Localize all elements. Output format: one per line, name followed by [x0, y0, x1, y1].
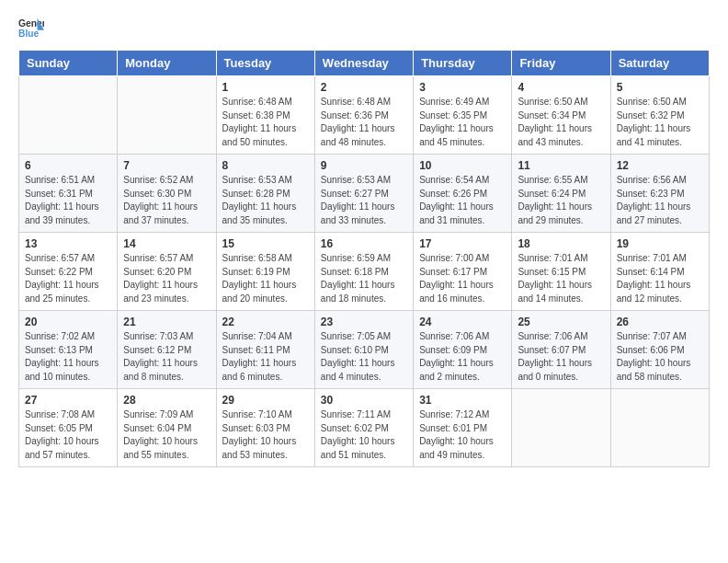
weekday-header-sunday: Sunday: [19, 51, 118, 76]
day-cell: 9Sunrise: 6:53 AM Sunset: 6:27 PM Daylig…: [314, 155, 413, 233]
day-cell: 3Sunrise: 6:49 AM Sunset: 6:35 PM Daylig…: [414, 76, 512, 155]
day-number: 4: [518, 81, 604, 94]
day-number: 27: [25, 394, 111, 407]
day-cell: 16Sunrise: 6:59 AM Sunset: 6:18 PM Dayli…: [314, 233, 413, 311]
day-number: 30: [321, 394, 407, 407]
day-cell: 4Sunrise: 6:50 AM Sunset: 6:34 PM Daylig…: [512, 76, 610, 155]
day-cell: 2Sunrise: 6:48 AM Sunset: 6:36 PM Daylig…: [314, 76, 413, 155]
day-cell: 26Sunrise: 7:07 AM Sunset: 6:06 PM Dayli…: [610, 311, 709, 389]
day-cell: 31Sunrise: 7:12 AM Sunset: 6:01 PM Dayli…: [414, 389, 512, 467]
day-cell: 19Sunrise: 7:01 AM Sunset: 6:14 PM Dayli…: [610, 233, 709, 311]
logo-icon: General Blue: [18, 15, 44, 40]
day-number: 29: [222, 394, 309, 407]
day-info: Sunrise: 7:01 AM Sunset: 6:14 PM Dayligh…: [617, 252, 703, 305]
day-number: 20: [25, 316, 111, 328]
day-cell: 22Sunrise: 7:04 AM Sunset: 6:11 PM Dayli…: [216, 311, 314, 389]
day-number: 21: [123, 316, 210, 328]
day-number: 15: [222, 237, 309, 250]
day-cell: [19, 76, 118, 155]
weekday-header-thursday: Thursday: [414, 51, 512, 76]
day-cell: 23Sunrise: 7:05 AM Sunset: 6:10 PM Dayli…: [314, 311, 413, 389]
day-number: 11: [518, 159, 604, 172]
week-row-3: 13Sunrise: 6:57 AM Sunset: 6:22 PM Dayli…: [19, 233, 710, 311]
weekday-header-friday: Friday: [512, 51, 610, 76]
day-cell: 20Sunrise: 7:02 AM Sunset: 6:13 PM Dayli…: [19, 311, 118, 389]
day-number: 9: [321, 159, 407, 172]
day-info: Sunrise: 7:01 AM Sunset: 6:15 PM Dayligh…: [518, 252, 604, 305]
day-cell: 28Sunrise: 7:09 AM Sunset: 6:04 PM Dayli…: [118, 389, 216, 467]
day-info: Sunrise: 7:10 AM Sunset: 6:03 PM Dayligh…: [222, 408, 309, 462]
day-info: Sunrise: 7:05 AM Sunset: 6:10 PM Dayligh…: [321, 330, 407, 384]
day-number: 31: [419, 394, 506, 407]
day-cell: [610, 389, 709, 467]
week-row-5: 27Sunrise: 7:08 AM Sunset: 6:05 PM Dayli…: [19, 389, 710, 467]
day-info: Sunrise: 6:50 AM Sunset: 6:34 PM Dayligh…: [518, 96, 604, 149]
day-number: 6: [25, 159, 111, 172]
day-info: Sunrise: 7:03 AM Sunset: 6:12 PM Dayligh…: [123, 330, 210, 384]
day-number: 2: [321, 81, 407, 94]
day-info: Sunrise: 6:55 AM Sunset: 6:24 PM Dayligh…: [518, 174, 604, 227]
day-info: Sunrise: 7:02 AM Sunset: 6:13 PM Dayligh…: [25, 330, 111, 384]
day-cell: 18Sunrise: 7:01 AM Sunset: 6:15 PM Dayli…: [512, 233, 610, 311]
day-cell: [512, 389, 610, 467]
day-cell: [118, 76, 216, 155]
day-cell: 24Sunrise: 7:06 AM Sunset: 6:09 PM Dayli…: [414, 311, 512, 389]
weekday-header-saturday: Saturday: [610, 51, 709, 76]
day-info: Sunrise: 7:12 AM Sunset: 6:01 PM Dayligh…: [419, 408, 506, 462]
svg-text:Blue: Blue: [18, 29, 40, 39]
day-number: 13: [25, 237, 111, 250]
calendar-table: SundayMondayTuesdayWednesdayThursdayFrid…: [18, 50, 710, 467]
day-number: 19: [617, 237, 703, 250]
weekday-header-monday: Monday: [118, 51, 216, 76]
day-cell: 29Sunrise: 7:10 AM Sunset: 6:03 PM Dayli…: [216, 389, 314, 467]
day-cell: 27Sunrise: 7:08 AM Sunset: 6:05 PM Dayli…: [19, 389, 118, 467]
day-info: Sunrise: 6:58 AM Sunset: 6:19 PM Dayligh…: [222, 252, 309, 305]
day-info: Sunrise: 7:09 AM Sunset: 6:04 PM Dayligh…: [123, 408, 210, 462]
day-cell: 30Sunrise: 7:11 AM Sunset: 6:02 PM Dayli…: [314, 389, 413, 467]
day-number: 26: [617, 316, 703, 328]
weekday-header-tuesday: Tuesday: [216, 51, 314, 76]
day-cell: 7Sunrise: 6:52 AM Sunset: 6:30 PM Daylig…: [118, 155, 216, 233]
day-info: Sunrise: 6:53 AM Sunset: 6:27 PM Dayligh…: [321, 174, 407, 227]
day-info: Sunrise: 7:04 AM Sunset: 6:11 PM Dayligh…: [222, 330, 309, 384]
day-cell: 14Sunrise: 6:57 AM Sunset: 6:20 PM Dayli…: [118, 233, 216, 311]
day-info: Sunrise: 7:06 AM Sunset: 6:09 PM Dayligh…: [419, 330, 506, 384]
day-cell: 6Sunrise: 6:51 AM Sunset: 6:31 PM Daylig…: [19, 155, 118, 233]
day-cell: 17Sunrise: 7:00 AM Sunset: 6:17 PM Dayli…: [414, 233, 512, 311]
day-cell: 8Sunrise: 6:53 AM Sunset: 6:28 PM Daylig…: [216, 155, 314, 233]
day-info: Sunrise: 7:07 AM Sunset: 6:06 PM Dayligh…: [617, 330, 703, 384]
day-info: Sunrise: 6:57 AM Sunset: 6:20 PM Dayligh…: [123, 252, 210, 305]
day-number: 16: [321, 237, 407, 250]
day-info: Sunrise: 6:56 AM Sunset: 6:23 PM Dayligh…: [617, 174, 703, 227]
day-info: Sunrise: 7:08 AM Sunset: 6:05 PM Dayligh…: [25, 408, 111, 462]
day-cell: 12Sunrise: 6:56 AM Sunset: 6:23 PM Dayli…: [610, 155, 709, 233]
day-number: 3: [419, 81, 506, 94]
day-cell: 21Sunrise: 7:03 AM Sunset: 6:12 PM Dayli…: [118, 311, 216, 389]
day-number: 18: [518, 237, 604, 250]
day-info: Sunrise: 6:49 AM Sunset: 6:35 PM Dayligh…: [419, 96, 506, 149]
day-number: 1: [222, 81, 309, 94]
week-row-4: 20Sunrise: 7:02 AM Sunset: 6:13 PM Dayli…: [19, 311, 710, 389]
day-info: Sunrise: 6:57 AM Sunset: 6:22 PM Dayligh…: [25, 252, 111, 305]
day-cell: 11Sunrise: 6:55 AM Sunset: 6:24 PM Dayli…: [512, 155, 610, 233]
day-number: 17: [419, 237, 506, 250]
day-info: Sunrise: 6:48 AM Sunset: 6:38 PM Dayligh…: [222, 96, 309, 149]
day-number: 25: [518, 316, 604, 328]
day-number: 24: [419, 316, 506, 328]
day-info: Sunrise: 7:00 AM Sunset: 6:17 PM Dayligh…: [419, 252, 506, 305]
day-info: Sunrise: 6:51 AM Sunset: 6:31 PM Dayligh…: [25, 174, 111, 227]
day-cell: 25Sunrise: 7:06 AM Sunset: 6:07 PM Dayli…: [512, 311, 610, 389]
day-info: Sunrise: 6:53 AM Sunset: 6:28 PM Dayligh…: [222, 174, 309, 227]
day-cell: 1Sunrise: 6:48 AM Sunset: 6:38 PM Daylig…: [216, 76, 314, 155]
day-cell: 15Sunrise: 6:58 AM Sunset: 6:19 PM Dayli…: [216, 233, 314, 311]
day-number: 22: [222, 316, 309, 328]
logo: General Blue: [18, 15, 44, 40]
day-cell: 5Sunrise: 6:50 AM Sunset: 6:32 PM Daylig…: [610, 76, 709, 155]
day-number: 23: [321, 316, 407, 328]
weekday-header-row: SundayMondayTuesdayWednesdayThursdayFrid…: [19, 51, 710, 76]
day-number: 5: [617, 81, 703, 94]
day-number: 28: [123, 394, 210, 407]
day-number: 8: [222, 159, 309, 172]
weekday-header-wednesday: Wednesday: [314, 51, 413, 76]
day-number: 12: [617, 159, 703, 172]
